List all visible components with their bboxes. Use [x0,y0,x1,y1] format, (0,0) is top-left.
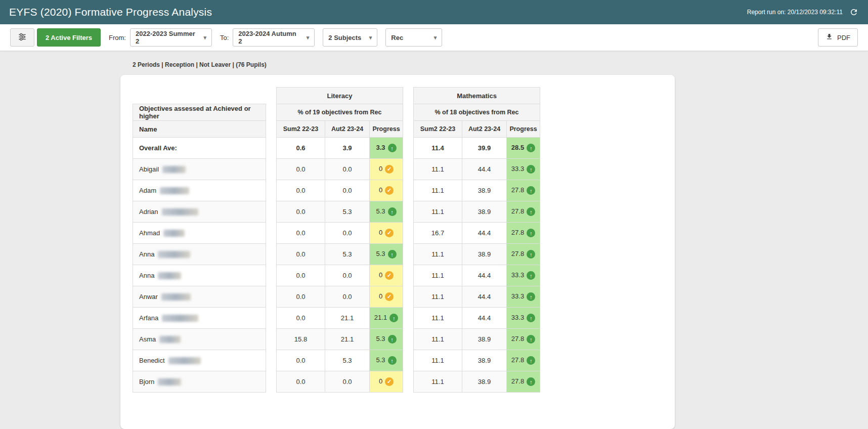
pupil-first-name: Asma [139,335,156,343]
tables-container: Objectives assessed at Achieved or highe… [133,87,663,393]
progress-cell: 5.3↑ [370,350,403,371]
app-header: EYFS (2020) Formative Progress Analysis … [0,0,868,24]
filter-toggle-button[interactable] [10,28,34,47]
pupil-name-cell: Adam [133,180,266,201]
period1-value: 0.0 [277,180,325,201]
period2-value: 38.9 [462,350,507,371]
redacted-surname [163,230,185,237]
progress-cell: 27.8↑ [507,350,540,371]
pupil-row: Ahmad [133,223,266,244]
page-title: EYFS (2020) Formative Progress Analysis [9,6,212,18]
period2-value: 38.9 [462,201,507,223]
progress-cell: 27.8↑ [507,223,540,244]
progress-up-icon: ↑ [527,292,535,301]
pupil-first-name: Overall Ave: [139,144,177,152]
progress-value: 0 [379,186,382,194]
lit-data-row: 0.00.00✓ [277,286,403,308]
progress-check-icon: ✓ [385,377,394,386]
progress-value: 27.8 [511,186,524,194]
redacted-surname [160,187,189,194]
progress-cell: 5.3↑ [370,329,403,350]
pupil-row: Adrian [133,201,266,223]
period2-value: 44.4 [462,265,507,286]
progress-cell: 33.3↑ [507,308,540,329]
progress-up-icon: ↑ [527,186,535,195]
period2-value: 0.0 [325,159,370,180]
column-header-sum2: Sum2 22-23 [414,121,462,138]
period1-value: 0.0 [277,265,325,286]
period1-value: 11.1 [414,350,462,371]
pupil-first-name: Adam [139,187,156,194]
period1-value: 0.0 [277,201,325,223]
progress-cell: 21.1↑ [370,308,403,329]
pupil-row: Benedict [133,350,266,371]
assessment-dropdown[interactable]: Rec ▾ [385,28,442,47]
subjects-dropdown[interactable]: 2 Subjects ▾ [323,28,377,47]
pupil-row: Anwar [133,286,266,308]
pdf-export-button[interactable]: PDF [818,28,858,47]
pupil-name-cell: Anwar [133,286,266,308]
period2-value: 0.0 [325,371,370,393]
period2-value: 5.3 [325,201,370,223]
active-filters-button[interactable]: 2 Active Filters [37,28,101,47]
progress-up-icon: ↑ [527,335,535,344]
period2-value: 38.9 [462,244,507,265]
progress-value: 33.3 [511,271,524,279]
progress-up-icon: ↑ [527,250,535,259]
redacted-surname [168,357,201,364]
math-data-row: 16.744.427.8↑ [414,223,540,244]
period2-value: 38.9 [462,371,507,393]
period2-value: 5.3 [325,244,370,265]
period1-value: 11.1 [414,201,462,223]
period2-value: 44.4 [462,223,507,244]
to-period-dropdown[interactable]: 2023-2024 Autumn 2 ▾ [233,28,315,47]
progress-cell: 33.3↑ [507,159,540,180]
pdf-button-label: PDF [837,34,850,41]
period2-value: 5.3 [325,350,370,371]
pupil-first-name: Anna [139,272,154,279]
header-right: Report run on: 20/12/2023 09:32:11 [747,7,859,17]
pupil-row: Anna [133,244,266,265]
names-table: Objectives assessed at Achieved or highe… [133,104,266,393]
lit-data-row: 0.63.93.3↑ [277,138,403,159]
period2-value: 21.1 [325,329,370,350]
filter-toolbar: 2 Active Filters From: 2022-2023 Summer … [0,24,868,51]
progress-up-icon: ↑ [388,250,397,259]
period1-value: 15.8 [277,329,325,350]
progress-value: 0 [379,377,382,385]
refresh-icon[interactable] [849,7,859,17]
pupil-row: Abigail [133,159,266,180]
pupil-row: Asma [133,329,266,350]
period1-value: 11.4 [414,138,462,159]
period2-value: 3.9 [325,138,370,159]
lit-data-row: 0.05.35.3↑ [277,201,403,223]
name-column-header: Name [133,121,266,138]
period1-value: 0.0 [277,308,325,329]
progress-up-icon: ↑ [527,207,535,216]
math-data-row: 11.144.433.3↑ [414,308,540,329]
progress-check-icon: ✓ [385,292,394,301]
chevron-down-icon: ▾ [307,34,310,41]
period1-value: 11.1 [414,371,462,393]
period1-value: 16.7 [414,223,462,244]
math-data-row: 11.138.927.8↑ [414,180,540,201]
pupil-row: Overall Ave: [133,138,266,159]
progress-check-icon: ✓ [385,186,394,195]
progress-value: 27.8 [511,356,524,364]
math-data-row: 11.138.927.8↑ [414,350,540,371]
literacy-subheader: % of 19 objectives from Rec [277,104,403,121]
progress-cell: 27.8↑ [507,244,540,265]
progress-value: 0 [379,165,382,173]
sliders-icon [18,32,27,43]
pupil-row: Arfana [133,308,266,329]
from-period-value: 2022-2023 Summer 2 [136,30,198,45]
period1-value: 11.1 [414,308,462,329]
report-card: Objectives assessed at Achieved or highe… [120,75,675,429]
progress-cell: 27.8↑ [507,180,540,201]
to-period-value: 2023-2024 Autumn 2 [238,30,301,45]
lit-data-row: 0.00.00✓ [277,265,403,286]
period1-value: 0.0 [277,223,325,244]
from-period-dropdown[interactable]: 2022-2023 Summer 2 ▾ [130,28,212,47]
pupil-name-cell: Arfana [133,308,266,329]
progress-up-icon: ↑ [527,377,535,386]
